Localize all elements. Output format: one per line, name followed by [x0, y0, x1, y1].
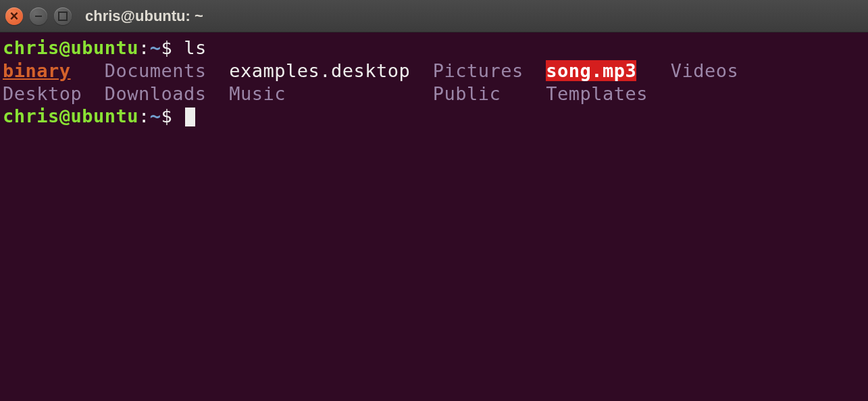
prompt-dollar: $: [161, 37, 173, 58]
command-text: ls: [184, 37, 207, 58]
prompt-user-2: chris@ubuntu: [3, 105, 138, 126]
prompt-line-1: chris@ubuntu:~$ ls: [3, 37, 865, 60]
ls-item-videos: Videos: [671, 60, 739, 81]
prompt-colon: :: [138, 37, 150, 58]
ls-item-music: Music: [229, 83, 286, 104]
titlebar: chris@ubuntu: ~: [0, 0, 868, 32]
ls-item-templates: Templates: [546, 83, 648, 104]
terminal-body[interactable]: chris@ubuntu:~$ ls binary Documents exam…: [0, 32, 868, 132]
window-controls: [5, 7, 72, 25]
window-title: chris@ubuntu: ~: [85, 7, 203, 25]
minimize-icon[interactable]: [30, 7, 47, 25]
prompt-colon-2: :: [138, 105, 150, 126]
ls-item-documents: Documents: [105, 60, 207, 81]
ls-item-binary: binary: [3, 60, 71, 81]
ls-item-song: song.mp3: [546, 60, 636, 81]
ls-output: binary Documents examples.desktop Pictur…: [3, 60, 865, 105]
ls-item-examples: examples.desktop: [229, 60, 410, 81]
ls-item-pictures: Pictures: [433, 60, 524, 81]
prompt-line-2: chris@ubuntu:~$: [3, 105, 865, 128]
ls-item-desktop: Desktop: [3, 83, 82, 104]
maximize-icon[interactable]: [54, 7, 72, 25]
close-icon[interactable]: [5, 7, 23, 25]
prompt-path: ~: [150, 37, 161, 58]
ls-item-downloads: Downloads: [105, 83, 207, 104]
ls-item-public: Public: [433, 83, 501, 104]
prompt-path-2: ~: [150, 105, 161, 126]
prompt-user: chris@ubuntu: [3, 37, 138, 58]
prompt-dollar-2: $: [161, 105, 173, 126]
cursor-icon: [185, 108, 195, 126]
